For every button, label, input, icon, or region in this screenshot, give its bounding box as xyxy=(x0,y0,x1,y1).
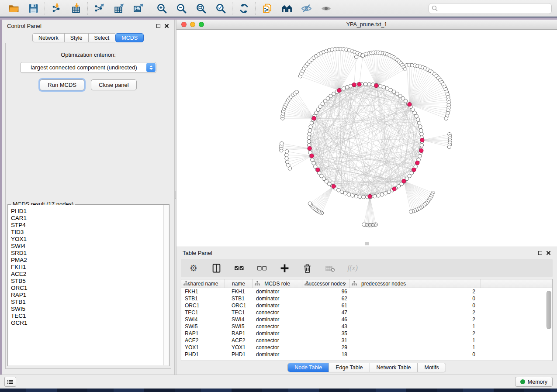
network-node[interactable] xyxy=(373,194,377,198)
network-node[interactable] xyxy=(384,192,387,195)
optimization-select[interactable]: largest connected component (undirected) xyxy=(20,62,156,73)
network-node[interactable] xyxy=(367,83,371,86)
mcds-dominator-node[interactable] xyxy=(408,102,412,106)
import-table-button[interactable] xyxy=(70,2,82,14)
export-network-button[interactable] xyxy=(93,2,105,14)
mcds-result-item[interactable]: TEC1 xyxy=(11,313,169,320)
network-node[interactable] xyxy=(314,165,317,168)
tab-select[interactable]: Select xyxy=(88,33,115,42)
mcds-result-item[interactable]: PHD1 xyxy=(11,208,169,215)
mcds-result-item[interactable]: STB5 xyxy=(11,278,169,285)
network-node[interactable] xyxy=(308,132,311,136)
network-node[interactable] xyxy=(311,158,314,162)
column-header-predecessor-nodes[interactable]: predecessor nodes xyxy=(349,279,481,288)
save-session-button[interactable] xyxy=(27,2,39,14)
mcds-result-list[interactable]: PHD1CAR1STP4TID3YOX1SWI4SRD1PMA2FKH1ACE2… xyxy=(8,205,169,365)
network-node[interactable] xyxy=(380,193,384,196)
network-node[interactable] xyxy=(308,202,311,205)
mcds-dominator-node[interactable] xyxy=(357,83,361,86)
network-node[interactable] xyxy=(285,157,288,160)
network-node[interactable] xyxy=(419,128,423,132)
zoom-fit-button[interactable] xyxy=(195,2,207,14)
mcds-result-item[interactable]: YOX1 xyxy=(11,236,169,243)
open-file-button[interactable] xyxy=(7,2,20,14)
export-image-button[interactable] xyxy=(132,2,145,14)
mcds-dominator-node[interactable] xyxy=(420,138,424,142)
select-all-button[interactable] xyxy=(233,262,245,274)
zoom-out-button[interactable] xyxy=(175,2,187,14)
add-column-button[interactable] xyxy=(279,262,290,274)
export-table-button[interactable] xyxy=(113,2,125,14)
clone-network-button[interactable] xyxy=(261,2,273,14)
network-node[interactable] xyxy=(420,143,423,147)
mcds-result-item[interactable]: FKH1 xyxy=(11,264,169,271)
tab-motifs[interactable]: Motifs xyxy=(418,363,445,372)
network-node[interactable] xyxy=(351,194,354,197)
mcds-result-item[interactable]: PMA2 xyxy=(11,257,169,264)
task-history-button[interactable] xyxy=(4,377,16,387)
network-node[interactable] xyxy=(362,223,366,226)
network-graph[interactable] xyxy=(176,30,557,247)
mcds-result-item[interactable]: CAR1 xyxy=(11,215,169,222)
table-row[interactable]: TEC1TEC1connector472 xyxy=(181,309,552,316)
network-node[interactable] xyxy=(280,142,284,145)
network-node[interactable] xyxy=(307,136,311,139)
refresh-layout-button[interactable] xyxy=(238,2,250,14)
tab-node-table[interactable]: Node Table xyxy=(288,363,329,372)
network-node[interactable] xyxy=(295,90,298,94)
tab-network-table[interactable]: Network Table xyxy=(370,363,418,372)
close-table-panel-icon[interactable] xyxy=(546,251,551,255)
close-panel-icon[interactable] xyxy=(164,24,169,28)
deselect-all-button[interactable] xyxy=(256,262,267,274)
network-node[interactable] xyxy=(377,194,380,197)
delete-column-button[interactable] xyxy=(301,262,313,274)
network-node[interactable] xyxy=(307,140,311,143)
network-node[interactable] xyxy=(387,190,391,193)
mcds-dominator-node[interactable] xyxy=(402,179,406,183)
table-row[interactable]: YOX1YOX1connector291 xyxy=(181,344,552,351)
mcds-dominator-node[interactable] xyxy=(352,83,356,87)
column-header-MCDS-role[interactable]: MCDS role xyxy=(253,279,302,288)
table-scrollbar[interactable] xyxy=(547,291,551,329)
network-canvas[interactable] xyxy=(176,30,557,247)
close-panel-button[interactable]: Close panel xyxy=(91,79,137,90)
network-node[interactable] xyxy=(409,210,412,213)
network-node[interactable] xyxy=(361,54,364,57)
table-row[interactable]: SWI5SWI5connector431 xyxy=(181,323,552,330)
mcds-dominator-node[interactable] xyxy=(310,154,314,158)
network-node[interactable] xyxy=(308,128,311,132)
table-row[interactable]: RAP1RAP1dominator352 xyxy=(181,330,552,337)
network-node[interactable] xyxy=(389,88,392,92)
mcds-dominator-node[interactable] xyxy=(337,89,341,93)
network-node[interactable] xyxy=(285,153,288,157)
search-input[interactable] xyxy=(429,3,552,14)
mcds-dominator-node[interactable] xyxy=(308,146,311,150)
zoom-selected-button[interactable] xyxy=(214,2,227,14)
network-node[interactable] xyxy=(342,86,345,90)
network-node[interactable] xyxy=(417,121,421,125)
mcds-dominator-node[interactable] xyxy=(412,168,416,172)
table-row[interactable]: ACE2ACE2connector311 xyxy=(181,337,552,344)
mcds-dominator-node[interactable] xyxy=(312,116,316,120)
column-header-name[interactable]: name xyxy=(225,279,253,288)
network-node[interactable] xyxy=(354,55,358,58)
zoom-in-button[interactable] xyxy=(156,2,168,14)
tab-mcds[interactable]: MCDS xyxy=(115,33,144,42)
table-row[interactable]: FKH1FKH1dominator962 xyxy=(181,288,552,295)
horizontal-splitter-grip[interactable] xyxy=(365,242,369,245)
mcds-result-item[interactable]: SRD1 xyxy=(11,250,169,257)
table-row[interactable]: ORC1ORC1dominator610 xyxy=(181,302,552,309)
mcds-dominator-node[interactable] xyxy=(316,168,320,172)
column-header-shared-name[interactable]: shared name xyxy=(181,279,225,288)
import-network-button[interactable] xyxy=(50,2,62,14)
network-node[interactable] xyxy=(310,121,313,125)
network-node[interactable] xyxy=(419,125,422,128)
network-node[interactable] xyxy=(287,163,290,167)
network-node[interactable] xyxy=(285,150,288,153)
hide-selected-button[interactable] xyxy=(300,2,312,14)
network-node[interactable] xyxy=(378,84,382,88)
delete-table-button[interactable] xyxy=(324,262,336,274)
table-row[interactable]: SWI4SWI4dominator462 xyxy=(181,316,552,323)
mcds-dominator-node[interactable] xyxy=(368,194,372,198)
mcds-result-item[interactable]: ORC1 xyxy=(11,285,169,292)
